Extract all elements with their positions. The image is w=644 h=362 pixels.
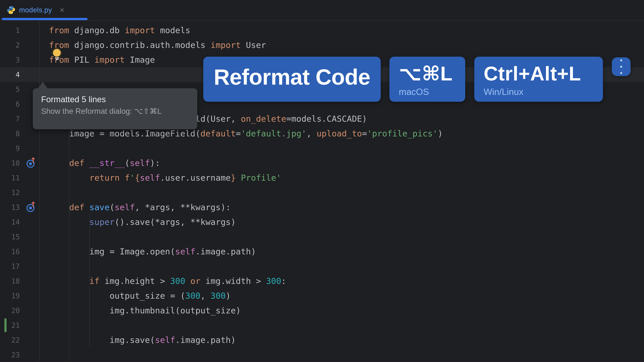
bulb-head bbox=[53, 49, 61, 57]
code-line[interactable]: 16 img = Image.open(self.image.path) bbox=[0, 244, 644, 259]
gutter: ↑ bbox=[20, 200, 49, 215]
line-number: 17 bbox=[0, 262, 20, 271]
code-line[interactable]: 20 img.thumbnail(output_size) bbox=[0, 303, 644, 318]
line-number: 10 bbox=[0, 159, 20, 167]
code-text: if img.height > 300 or img.width > 300: bbox=[49, 276, 286, 286]
code-line[interactable]: 23 bbox=[0, 348, 644, 362]
line-number: 7 bbox=[0, 115, 20, 123]
macos-shortcut: ⌥⌘L bbox=[399, 63, 465, 84]
gutter bbox=[20, 170, 49, 185]
override-method-icon[interactable]: ↑ bbox=[26, 159, 35, 167]
tooltip-title: Formatted 5 lines bbox=[41, 94, 189, 104]
bulb-base bbox=[56, 59, 58, 60]
reformat-code-label: Reformat Code bbox=[214, 64, 370, 90]
gutter bbox=[20, 23, 49, 38]
intention-bulb-icon[interactable] bbox=[53, 49, 61, 60]
code-line[interactable]: 10↑ def __str__(self): bbox=[0, 156, 644, 170]
gutter bbox=[20, 67, 49, 82]
line-number: 22 bbox=[0, 336, 20, 344]
gutter bbox=[20, 185, 49, 200]
code-text: img.save(self.image.path) bbox=[49, 335, 236, 345]
line-number: 8 bbox=[0, 130, 20, 138]
code-line[interactable]: 11 return f'{self.user.username} Profile… bbox=[0, 170, 644, 185]
code-line[interactable]: 14 super().save(*args, **kwargs) bbox=[0, 215, 644, 229]
gutter bbox=[20, 289, 49, 303]
code-text: def __str__(self): bbox=[49, 158, 160, 168]
change-marker bbox=[4, 318, 6, 332]
code-line[interactable]: 2from django.contrib.auth.models import … bbox=[0, 38, 644, 52]
override-arrow: ↑ bbox=[30, 200, 36, 209]
line-number: 9 bbox=[0, 144, 20, 152]
code-text: output_size = (300, 300) bbox=[49, 291, 231, 301]
macos-shortcut-badge[interactable]: ⌥⌘L macOS bbox=[390, 57, 465, 102]
gutter bbox=[20, 333, 49, 348]
gutter-separator bbox=[40, 20, 40, 362]
code-line[interactable]: 19 output_size = (300, 300) bbox=[0, 289, 644, 303]
code-text: def save(self, *args, **kwargs): bbox=[49, 202, 231, 212]
line-number: 2 bbox=[0, 41, 20, 49]
code-text: img.thumbnail(output_size) bbox=[49, 306, 241, 316]
tab-bar: models.py × bbox=[0, 0, 644, 20]
override-arrow: ↑ bbox=[30, 156, 36, 165]
macos-label: macOS bbox=[399, 86, 465, 97]
gutter bbox=[20, 215, 49, 229]
gutter bbox=[20, 259, 49, 274]
line-number: 16 bbox=[0, 248, 20, 256]
override-method-icon[interactable]: ↑ bbox=[26, 203, 35, 212]
code-text: from PIL import Image bbox=[49, 55, 155, 65]
gutter bbox=[20, 141, 49, 156]
line-number: 1 bbox=[0, 26, 20, 34]
gutter bbox=[20, 318, 49, 333]
tab-title: models.py bbox=[19, 6, 52, 14]
code-text: image = models.ImageField(default='defau… bbox=[49, 129, 443, 138]
line-number: 18 bbox=[0, 277, 20, 285]
ide-window: models.py × 1from django.db import model… bbox=[0, 0, 644, 362]
tooltip-subtitle[interactable]: Show the Reformat dialog: ⌥⇧⌘L bbox=[41, 107, 189, 116]
tab-close-icon[interactable]: × bbox=[60, 6, 64, 14]
line-number: 6 bbox=[0, 100, 20, 108]
code-line[interactable]: 12 bbox=[0, 185, 644, 200]
code-line[interactable]: 9 bbox=[0, 141, 644, 156]
kebab-dot bbox=[620, 66, 622, 68]
active-tab-indicator bbox=[2, 18, 88, 20]
gutter bbox=[20, 229, 49, 244]
gutter bbox=[20, 303, 49, 318]
tab-models-py[interactable]: models.py × bbox=[2, 0, 72, 20]
code-line[interactable]: 13↑ def save(self, *args, **kwargs): bbox=[0, 200, 644, 215]
code-line[interactable]: 15 bbox=[0, 229, 644, 244]
kebab-dot bbox=[620, 59, 622, 61]
kebab-dot bbox=[620, 72, 622, 74]
winlinux-label: Win/Linux bbox=[484, 86, 603, 97]
line-number: 3 bbox=[0, 56, 20, 64]
gutter bbox=[20, 348, 49, 362]
line-number: 14 bbox=[0, 218, 20, 226]
code-text: return f'{self.user.username} Profile' bbox=[49, 173, 281, 183]
code-line[interactable]: 21 bbox=[0, 318, 644, 333]
gutter bbox=[20, 38, 49, 52]
python-file-icon bbox=[7, 6, 16, 14]
winlinux-shortcut-badge[interactable]: Ctrl+Alt+L Win/Linux bbox=[474, 57, 603, 102]
reformat-code-button[interactable]: Reformat Code bbox=[203, 57, 381, 102]
code-line[interactable]: 17 bbox=[0, 259, 644, 274]
code-line[interactable]: 22 img.save(self.image.path) bbox=[0, 333, 644, 348]
code-text: img = Image.open(self.image.path) bbox=[49, 247, 256, 256]
gutter bbox=[20, 244, 49, 259]
code-text: super().save(*args, **kwargs) bbox=[49, 217, 236, 227]
line-number: 4 bbox=[0, 70, 20, 79]
line-number: 13 bbox=[0, 203, 20, 212]
gutter bbox=[20, 274, 49, 289]
bulb-base bbox=[55, 57, 59, 58]
kebab-menu-button[interactable] bbox=[612, 57, 630, 76]
line-number: 19 bbox=[0, 292, 20, 300]
line-number: 11 bbox=[0, 174, 20, 182]
line-number: 20 bbox=[0, 307, 20, 315]
line-number: 12 bbox=[0, 189, 20, 197]
code-line[interactable]: 18 if img.height > 300 or img.width > 30… bbox=[0, 274, 644, 289]
tooltip-pointer bbox=[38, 82, 48, 89]
line-number: 15 bbox=[0, 233, 20, 241]
reformat-tooltip: Formatted 5 lines Show the Reformat dial… bbox=[33, 88, 197, 129]
code-line[interactable]: 1from django.db import models bbox=[0, 23, 644, 38]
gutter: ↑ bbox=[20, 156, 49, 170]
code-text: from django.db import models bbox=[49, 25, 190, 35]
code-text: from django.contrib.auth.models import U… bbox=[49, 40, 266, 50]
